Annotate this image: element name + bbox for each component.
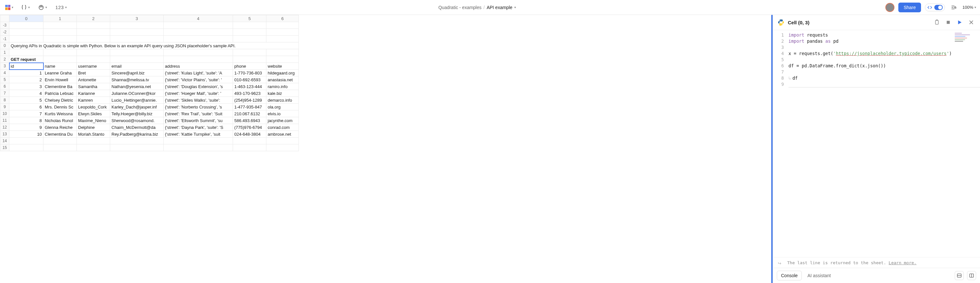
cell[interactable]: anastasia.net [266, 76, 299, 83]
row-header[interactable]: 11 [0, 117, 10, 124]
cell[interactable] [110, 29, 164, 36]
cell[interactable] [110, 49, 164, 56]
cell[interactable] [233, 36, 266, 43]
column-header[interactable]: 5 [233, 15, 266, 22]
share-button[interactable]: Share [898, 3, 921, 12]
cell[interactable] [10, 144, 43, 151]
row-header[interactable]: 7 [0, 90, 10, 97]
app-menu-button[interactable]: ▾ [4, 3, 14, 11]
editor-content[interactable]: import requestsimport pandas as pdx = re… [789, 32, 980, 255]
cell[interactable]: Clementine Ba [43, 83, 77, 90]
cell[interactable] [266, 56, 299, 63]
cell[interactable] [266, 138, 299, 144]
cell[interactable]: (775)976-6794 [233, 124, 266, 131]
cell[interactable]: Bret [77, 70, 110, 76]
cell[interactable]: Mrs. Dennis Sc [43, 104, 77, 111]
breadcrumb-file[interactable]: API example [487, 5, 512, 10]
cell[interactable]: conrad.com [266, 124, 299, 131]
cell[interactable]: 8 [10, 117, 43, 124]
row-header[interactable]: 5 [0, 76, 10, 83]
row-header[interactable]: 9 [0, 104, 10, 111]
cell[interactable] [266, 29, 299, 36]
cell[interactable]: name [43, 63, 77, 70]
cell[interactable]: Leanne Graha [43, 70, 77, 76]
cell[interactable] [266, 49, 299, 56]
stop-button[interactable] [944, 19, 952, 26]
cell[interactable] [77, 36, 110, 43]
cell[interactable]: Clementina Du [43, 131, 77, 138]
cell[interactable] [10, 36, 43, 43]
cell[interactable]: 3 [10, 83, 43, 90]
cell[interactable] [266, 36, 299, 43]
cell[interactable] [43, 29, 77, 36]
cell[interactable]: 9 [10, 124, 43, 131]
cell[interactable]: Samantha [77, 83, 110, 90]
row-header[interactable]: 10 [0, 111, 10, 117]
cell[interactable]: address [164, 63, 233, 70]
cell[interactable] [10, 29, 43, 36]
cell[interactable] [110, 138, 164, 144]
row-header[interactable]: -2 [0, 29, 10, 36]
column-header[interactable]: 0 [10, 15, 43, 22]
spreadsheet-area[interactable]: 0123456 -3-2-10Querying APIs in Quadrati… [0, 15, 771, 283]
row-header[interactable]: -1 [0, 36, 10, 43]
cell[interactable]: ramiro.info [266, 83, 299, 90]
cell[interactable] [164, 29, 233, 36]
row-header[interactable]: 6 [0, 83, 10, 90]
cell[interactable]: Nicholas Runol [43, 117, 77, 124]
cell[interactable] [43, 56, 77, 63]
cell[interactable] [164, 144, 233, 151]
cell[interactable] [77, 138, 110, 144]
cell[interactable] [43, 49, 77, 56]
tab-console[interactable]: Console [777, 271, 802, 280]
column-header[interactable]: 6 [266, 15, 299, 22]
row-header[interactable]: -3 [0, 22, 10, 29]
cell[interactable]: elvis.io [266, 111, 299, 117]
code-panel-toggle[interactable] [925, 3, 945, 11]
cell[interactable]: 6 [10, 104, 43, 111]
cell[interactable] [164, 49, 233, 56]
cell[interactable] [10, 138, 43, 144]
cell[interactable]: ola.org [266, 104, 299, 111]
cell[interactable] [233, 29, 266, 36]
cell[interactable]: 4 [10, 90, 43, 97]
cell[interactable]: Patricia Lebsac [43, 90, 77, 97]
column-header[interactable]: 2 [77, 15, 110, 22]
cell[interactable]: {'street': 'Douglas Extension', 's [164, 83, 233, 90]
cell[interactable]: kale.biz [266, 90, 299, 97]
cell[interactable] [233, 22, 266, 29]
cell[interactable]: Nathan@yesenia.net [110, 83, 164, 90]
spreadsheet-grid[interactable]: 0123456 -3-2-10Querying APIs in Quadrati… [0, 15, 299, 151]
cell[interactable]: email [110, 63, 164, 70]
cell[interactable]: {'street': 'Rex Trail', 'suite': 'Suit [164, 111, 233, 117]
row-header[interactable]: 14 [0, 138, 10, 144]
cell[interactable]: Karley_Dach@jasper.inf [110, 104, 164, 111]
cell[interactable] [233, 138, 266, 144]
find-button[interactable] [949, 3, 959, 12]
row-header[interactable]: 15 [0, 144, 10, 151]
cell[interactable]: 5 [10, 97, 43, 104]
cell[interactable] [77, 56, 110, 63]
row-header[interactable]: 12 [0, 124, 10, 131]
cell[interactable]: 1-477-935-847 [233, 104, 266, 111]
code-cell-menu-button[interactable]: ▾ [19, 3, 32, 12]
editor-minimap[interactable] [955, 33, 977, 46]
cell[interactable]: Chelsey Dietric [43, 97, 77, 104]
cell[interactable]: Telly.Hoeger@billy.biz [110, 111, 164, 117]
cell[interactable]: Elwyn.Skiles [77, 111, 110, 117]
cell[interactable]: {'street': 'Ellsworth Summit', 'su [164, 117, 233, 124]
row-header[interactable]: 13 [0, 131, 10, 138]
cell[interactable]: Glenna Reiche [43, 124, 77, 131]
cell[interactable]: 10 [10, 131, 43, 138]
row-header[interactable]: 0 [0, 43, 10, 49]
cell[interactable]: 2 [10, 76, 43, 83]
cell[interactable] [110, 36, 164, 43]
cell[interactable] [77, 29, 110, 36]
column-header[interactable]: 3 [110, 15, 164, 22]
cell[interactable] [233, 56, 266, 63]
cell[interactable]: phone [233, 63, 266, 70]
hint-learn-more-link[interactable]: Learn more. [889, 260, 916, 265]
cell[interactable]: Sherwood@rosamond. [110, 117, 164, 124]
column-header[interactable]: 1 [43, 15, 77, 22]
tab-ai-assistant[interactable]: AI assistant [803, 271, 835, 280]
